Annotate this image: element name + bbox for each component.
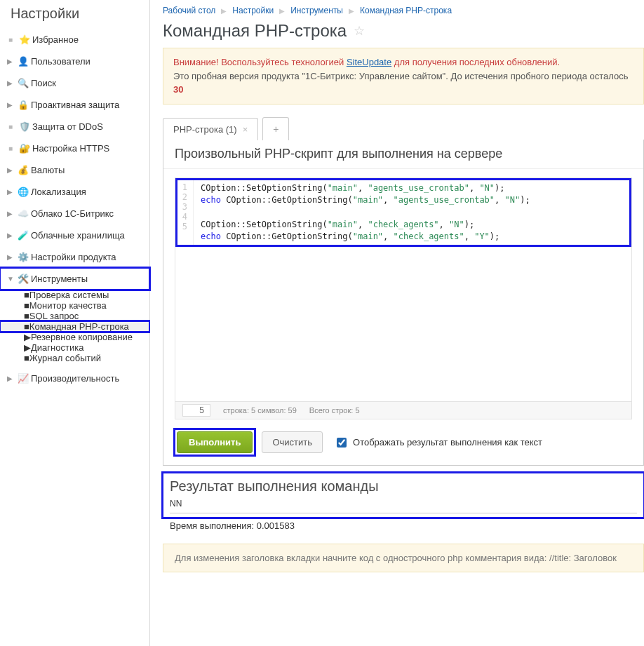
- menu-icon: 🛠️: [15, 274, 31, 284]
- tab-close-icon[interactable]: ×: [243, 124, 248, 135]
- breadcrumb-link[interactable]: Рабочий стол: [163, 6, 215, 15]
- expand-icon: ▶: [7, 101, 13, 109]
- as-text-checkbox[interactable]: [337, 438, 347, 448]
- sidebar-item[interactable]: ▼🛠️Инструменты: [0, 268, 149, 290]
- sidebar-item[interactable]: ▶🔒Проактивная защита: [0, 94, 149, 116]
- menu-icon: 👤: [15, 56, 31, 67]
- favorite-star-icon[interactable]: ☆: [354, 23, 365, 39]
- tab-bar: PHP-строка (1) × +: [163, 117, 644, 140]
- menu-label: Защита от DDoS: [32, 121, 103, 132]
- code-area[interactable]: COption::SetOptionString("main", "agents…: [194, 178, 631, 248]
- menu-icon: 💰: [15, 165, 31, 175]
- expand-icon: ■: [24, 353, 29, 363]
- sidebar-item[interactable]: ▶📈Производительность: [0, 368, 149, 389]
- line-gutter: 12345: [175, 178, 194, 248]
- menu-icon: 🔐: [17, 143, 32, 154]
- sidebar-item[interactable]: ■🔐Настройка HTTPS: [0, 137, 149, 159]
- menu-label: Поиск: [31, 78, 56, 88]
- menu-label: Валюты: [31, 165, 65, 175]
- sidebar: Настройки ■⭐Избранное▶👤Пользователи▶🔍Пои…: [0, 0, 150, 646]
- menu-label: Настройка HTTPS: [32, 143, 109, 154]
- menu-label: Проактивная защита: [31, 100, 119, 110]
- menu-icon: 🔍: [15, 78, 31, 88]
- editor-panel: Произвольный PHP-скрипт для выполнения н…: [163, 140, 644, 466]
- page-title: Командная PHP-строка ☆: [163, 21, 644, 41]
- expand-icon: ▶: [24, 342, 31, 353]
- sidebar-subitem[interactable]: ▶Резервное копирование: [0, 332, 149, 342]
- menu-label: Производительность: [31, 373, 119, 384]
- menu-icon: 🔒: [15, 100, 31, 110]
- menu-label: Избранное: [32, 34, 79, 45]
- execution-time: Время выполнения: 0.001583: [163, 518, 644, 534]
- expand-icon: ■: [7, 36, 14, 43]
- sidebar-item[interactable]: ■⭐Избранное: [0, 29, 149, 51]
- current-line: 5: [182, 404, 210, 417]
- editor-status-bar: 5 строка: 5 символ: 59 Всего строк: 5: [175, 401, 631, 419]
- expand-icon: ▶: [7, 253, 13, 261]
- expand-icon: ▶: [24, 332, 31, 342]
- menu-icon: ⚙️: [15, 252, 31, 262]
- menu-label: Облако 1С-Битрикс: [31, 208, 114, 219]
- menu-label: Локализация: [31, 187, 86, 197]
- expand-icon: ▶: [7, 210, 13, 217]
- result-panel: Результат выполнения команды NN: [163, 473, 644, 518]
- expand-icon: ▶: [7, 79, 13, 87]
- menu-label: Настройки продукта: [31, 252, 116, 262]
- sidebar-item[interactable]: ▶🔍Поиск: [0, 72, 149, 94]
- menu-icon: 🧪: [15, 230, 31, 241]
- sidebar-subitem[interactable]: ■SQL запрос: [0, 311, 149, 321]
- code-editor[interactable]: 12345 COption::SetOptionString("main", "…: [175, 177, 632, 420]
- as-text-checkbox-label[interactable]: Отображать результат выполнения как текс…: [334, 436, 542, 450]
- sidebar-item[interactable]: ▶⚙️Настройки продукта: [0, 246, 149, 268]
- tab-php-string[interactable]: PHP-строка (1) ×: [163, 118, 258, 140]
- sidebar-subitem[interactable]: ▶Диагностика: [0, 342, 149, 353]
- expand-icon: ▶: [7, 58, 13, 65]
- sidebar-item[interactable]: ▶🌐Локализация: [0, 181, 149, 203]
- expand-icon: ■: [24, 311, 29, 321]
- sidebar-item[interactable]: ▶☁️Облако 1С-Битрикс: [0, 203, 149, 224]
- breadcrumb-link[interactable]: Инструменты: [290, 6, 343, 15]
- expand-icon: ▶: [7, 375, 13, 382]
- menu-label: Проверка системы: [29, 290, 109, 300]
- menu-label: Облачные хранилища: [31, 230, 125, 241]
- expand-icon: ▶: [7, 188, 13, 196]
- expand-icon: ■: [24, 300, 29, 311]
- sidebar-item[interactable]: ■🛡️Защита от DDoS: [0, 116, 149, 137]
- menu-label: Резервное копирование: [31, 332, 133, 342]
- result-output: NN: [170, 499, 637, 513]
- expand-icon: ▶: [7, 231, 13, 239]
- menu-icon: 🌐: [15, 187, 31, 197]
- sidebar-subitem[interactable]: ■Монитор качества: [0, 300, 149, 311]
- expand-icon: ▼: [7, 275, 13, 283]
- breadcrumb-link[interactable]: Настройки: [232, 6, 274, 15]
- menu-label: Диагностика: [31, 342, 83, 353]
- sidebar-item[interactable]: ▶💰Валюты: [0, 159, 149, 181]
- hint-banner: Для изменения заголовка вкладки начните …: [163, 544, 644, 572]
- expand-icon: ■: [7, 123, 14, 130]
- sidebar-subitem[interactable]: ■Командная PHP-строка: [0, 321, 149, 332]
- tab-add[interactable]: +: [262, 117, 289, 140]
- menu-label: SQL запрос: [29, 311, 79, 321]
- expand-icon: ■: [24, 321, 29, 332]
- sidebar-subitem[interactable]: ■Журнал событий: [0, 353, 149, 363]
- run-button[interactable]: Выполнить: [177, 431, 253, 453]
- menu-icon: 🛡️: [17, 121, 32, 132]
- breadcrumb-link[interactable]: Командная PHP-строка: [360, 6, 452, 15]
- expand-icon: ■: [24, 290, 29, 300]
- siteupdate-link[interactable]: SiteUpdate: [347, 57, 391, 67]
- expand-icon: ■: [7, 144, 14, 152]
- breadcrumb: Рабочий стол▶Настройки▶Инструменты▶Коман…: [163, 0, 644, 18]
- sidebar-item[interactable]: ▶🧪Облачные хранилища: [0, 224, 149, 246]
- result-title: Результат выполнения команды: [170, 478, 637, 494]
- alert-banner: Внимание! Воспользуйтесь технологией Sit…: [163, 48, 644, 105]
- menu-icon: ⭐: [17, 34, 32, 45]
- menu-label: Командная PHP-строка: [29, 321, 129, 332]
- panel-title: Произвольный PHP-скрипт для выполнения н…: [163, 140, 643, 169]
- sidebar-item[interactable]: ▶👤Пользователи: [0, 51, 149, 72]
- menu-label: Пользователи: [31, 56, 90, 67]
- sidebar-title: Настройки: [0, 0, 149, 25]
- sidebar-subitem[interactable]: ■Проверка системы: [0, 290, 149, 300]
- menu-label: Монитор качества: [29, 300, 107, 311]
- expand-icon: ▶: [7, 166, 13, 174]
- clear-button[interactable]: Очистить: [262, 431, 323, 453]
